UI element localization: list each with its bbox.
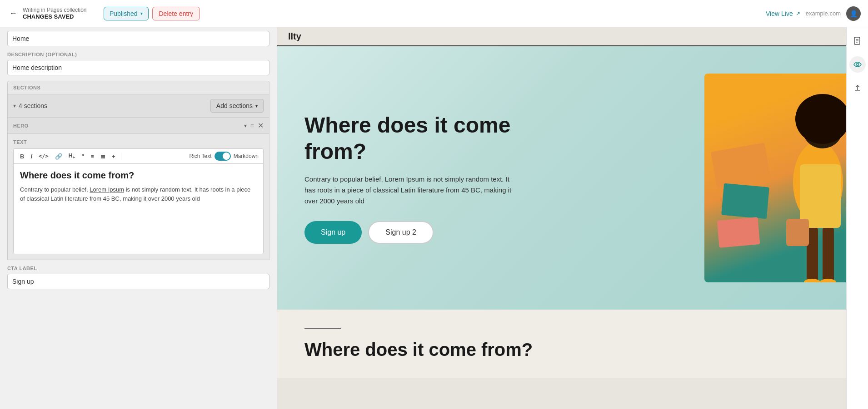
rich-text-toggle[interactable] [215, 152, 231, 161]
header: ← Writing in Pages collection CHANGES SA… [0, 0, 868, 27]
text-editor[interactable]: Where does it come from? Contrary to pop… [13, 163, 264, 254]
svg-point-2 [795, 94, 850, 144]
preview-hero-image [704, 74, 850, 282]
header-center: Published ▾ Delete entry [104, 7, 760, 20]
editor-body: Contrary to popular belief, Lorem Ipsum … [20, 185, 257, 203]
sections-area: SECTIONS ▾ 4 sections Add sections ▾ HER… [0, 75, 277, 260]
code-button[interactable]: </> [37, 152, 50, 160]
published-button[interactable]: Published ▾ [104, 7, 149, 20]
upload-icon [853, 84, 862, 93]
signup1-button[interactable]: Sign up [304, 221, 362, 244]
upload-icon-button[interactable] [849, 80, 866, 96]
sections-label: SECTIONS [13, 85, 40, 90]
home-input[interactable] [7, 31, 269, 46]
eye-icon-button[interactable] [849, 56, 866, 73]
header-right: View Live ↗ example.com 👤 [766, 6, 861, 21]
svg-point-13 [856, 64, 858, 66]
signup2-button[interactable]: Sign up 2 [368, 221, 434, 244]
delete-entry-button[interactable]: Delete entry [152, 7, 200, 20]
add-sections-chevron-icon: ▾ [255, 103, 258, 108]
external-link-icon: ↗ [796, 10, 800, 17]
domain-text: example.com [806, 10, 841, 17]
preview-hero-buttons: Sign up Sign up 2 [304, 221, 704, 244]
heading-button[interactable]: H+ [67, 152, 77, 161]
hero-close-button[interactable]: ✕ [258, 121, 264, 130]
toggle-knob [223, 153, 230, 160]
left-panel: DESCRIPTION (OPTIONAL) SECTIONS ▾ 4 sect… [0, 27, 277, 409]
preview-second-section: Where does it come from? [277, 310, 868, 378]
preview-nav: llty 🇺🇸 [277, 27, 868, 46]
person-silhouette-svg [759, 92, 850, 282]
bold-button[interactable]: B [18, 152, 26, 161]
svg-rect-5 [823, 228, 834, 282]
preview-logo: llty [288, 31, 301, 42]
italic-button[interactable]: I [29, 152, 34, 161]
lorem-ipsum-underline: Lorem Ipsum [90, 186, 124, 193]
cta-label-text: CTA LABEL [7, 266, 269, 271]
cta-section: CTA LABEL [0, 260, 277, 295]
rich-text-toolbar: B I </> 🔗 H+ " ≡ ≣ + Rich Text [13, 148, 264, 163]
view-live-label: View Live [766, 10, 793, 17]
toolbar-separator [121, 153, 121, 160]
eye-icon [853, 60, 862, 69]
hero-header: HERO ▾ ≡ ✕ [8, 118, 269, 134]
document-icon [853, 36, 862, 45]
preview-hero-content: Where does it come from? Contrary to pop… [304, 112, 704, 243]
markdown-label: Markdown [234, 153, 259, 159]
sections-header-row: SECTIONS [7, 81, 269, 94]
main-layout: DESCRIPTION (OPTIONAL) SECTIONS ▾ 4 sect… [0, 27, 868, 409]
description-field-group: DESCRIPTION (OPTIONAL) [0, 46, 277, 75]
back-button[interactable]: ← [7, 7, 19, 20]
right-panel: llty 🇺🇸 Where does it come from? Contrar… [277, 27, 868, 409]
changes-saved-label: CHANGES SAVED [23, 13, 87, 20]
hero-controls: ▾ ≡ ✕ [244, 121, 264, 130]
text-label: TEXT [13, 139, 264, 145]
header-left: ← Writing in Pages collection CHANGES SA… [7, 7, 98, 20]
sections-chevron-icon: ▾ [13, 103, 16, 109]
editor-heading: Where does it come from? [20, 170, 257, 181]
hero-card: HERO ▾ ≡ ✕ TEXT B I </> 🔗 H+ [7, 117, 269, 260]
insert-button[interactable]: + [110, 152, 117, 161]
box3 [717, 217, 760, 248]
svg-rect-8 [786, 219, 809, 246]
sections-count: ▾ 4 sections [13, 102, 47, 109]
drag-handle-icon[interactable]: ≡ [250, 122, 254, 129]
hero-chevron-icon[interactable]: ▾ [244, 123, 247, 129]
sections-count-row: ▾ 4 sections Add sections ▾ [7, 94, 269, 117]
published-label: Published [110, 10, 138, 17]
cta-input[interactable] [7, 274, 269, 289]
preview-container: llty 🇺🇸 Where does it come from? Contrar… [277, 27, 868, 409]
preview-second-title: Where does it come from? [304, 340, 841, 360]
document-icon-button[interactable] [849, 33, 866, 49]
published-chevron-icon: ▾ [140, 11, 143, 16]
rich-text-label: Rich Text [190, 153, 212, 159]
bullet-list-button[interactable]: ≡ [89, 152, 96, 161]
avatar: 👤 [846, 6, 861, 21]
quote-button[interactable]: " [80, 152, 86, 161]
add-sections-button[interactable]: Add sections ▾ [210, 99, 264, 113]
preview-hero-desc: Contrary to popular belief, Lorem Ipsum … [304, 174, 514, 207]
link-button[interactable]: 🔗 [53, 152, 64, 161]
description-label: DESCRIPTION (OPTIONAL) [7, 52, 269, 57]
add-sections-label: Add sections [216, 102, 253, 109]
ordered-list-button[interactable]: ≣ [99, 152, 107, 161]
preview-divider [304, 328, 341, 329]
breadcrumb-text: Writing in Pages collection [23, 7, 87, 13]
view-live-button[interactable]: View Live ↗ [766, 10, 800, 17]
svg-rect-3 [800, 164, 841, 228]
preview-hero-title: Where does it come from? [304, 112, 532, 164]
sections-count-label: 4 sections [19, 102, 47, 109]
home-section [0, 27, 277, 46]
breadcrumb-info: Writing in Pages collection CHANGES SAVE… [23, 7, 87, 20]
description-input[interactable] [7, 60, 269, 75]
preview-hero: Where does it come from? Contrary to pop… [277, 46, 868, 310]
right-sidebar [846, 27, 868, 409]
hero-inner: TEXT B I </> 🔗 H+ " ≡ ≣ + Rich Text [8, 134, 269, 260]
hero-label: HERO [13, 123, 29, 128]
editor-body-text: Contrary to popular belief, Lorem Ipsum … [20, 186, 250, 202]
